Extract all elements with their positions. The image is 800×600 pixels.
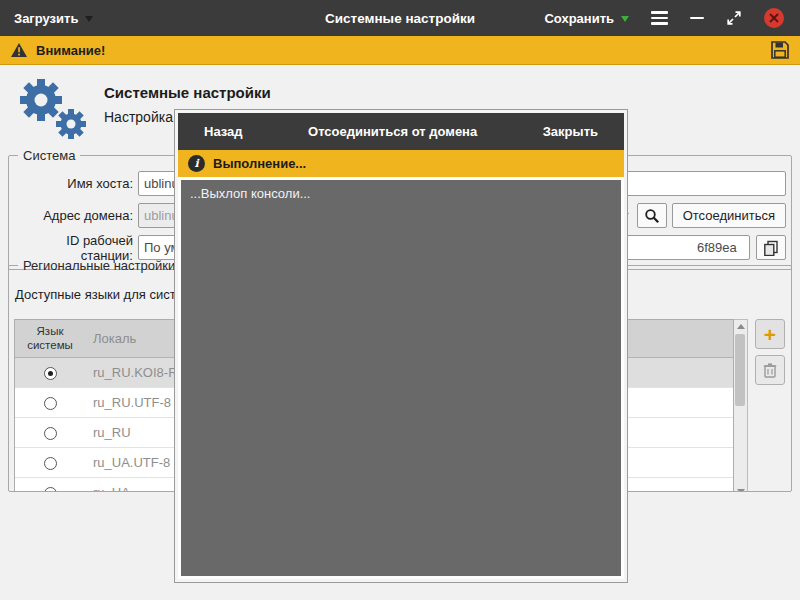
app-window: Загрузить Системные настройки Сохранить: [0, 0, 800, 600]
warning-bar: Внимание!: [0, 36, 800, 65]
titlebar: Загрузить Системные настройки Сохранить: [0, 0, 800, 36]
locale-radio[interactable]: [44, 457, 57, 470]
titlebar-controls: Сохранить: [544, 8, 800, 28]
domain-label: Адрес домена:: [14, 208, 138, 223]
page-title: Системные настройки: [104, 84, 271, 101]
workstation-id-value-fragment: 6f89ea: [697, 236, 737, 259]
delete-locale-button[interactable]: [755, 355, 785, 385]
menu-icon[interactable]: [651, 11, 668, 25]
minimize-icon[interactable]: [690, 17, 704, 20]
dialog-disconnect-domain-button[interactable]: Отсоединиться от домена: [308, 124, 477, 139]
trash-icon: [763, 362, 777, 378]
disconnect-button[interactable]: Отсоединиться: [672, 203, 786, 228]
fullscreen-icon[interactable]: [726, 10, 742, 26]
languages-description: Доступные языки для системы: [15, 287, 201, 302]
save-icon[interactable]: [770, 40, 790, 60]
hostname-label: Имя хоста:: [14, 176, 138, 191]
page-subtitle: Настройка: [104, 109, 173, 125]
warning-icon: [10, 42, 28, 58]
add-locale-button[interactable]: +: [755, 319, 785, 349]
save-menu-label: Сохранить: [544, 11, 614, 26]
dialog-header: Назад Отсоединиться от домена Закрыть: [178, 113, 624, 150]
copy-icon: [763, 240, 779, 256]
plus-icon: +: [764, 324, 776, 345]
table-scrollbar[interactable]: [734, 319, 748, 492]
console-output: ...Выхлоп консоли...: [181, 180, 621, 576]
search-icon: [644, 208, 660, 224]
save-menu-button[interactable]: Сохранить: [544, 11, 629, 26]
table-side-buttons: +: [755, 319, 785, 492]
locale-radio[interactable]: [44, 487, 57, 492]
chevron-down-icon: [85, 16, 93, 22]
domain-operation-dialog: Назад Отсоединиться от домена Закрыть i …: [175, 110, 627, 582]
copy-id-button[interactable]: [756, 235, 786, 260]
system-section-legend: Система: [18, 148, 80, 163]
locale-radio[interactable]: [44, 397, 57, 410]
dialog-back-button[interactable]: Назад: [204, 124, 243, 139]
scrollbar-thumb[interactable]: [735, 334, 745, 406]
chevron-down-green-icon: [621, 16, 629, 22]
column-header-system-language: Языксистемы: [15, 325, 85, 353]
system-settings-gears-icon: [10, 71, 94, 143]
search-domain-button[interactable]: [637, 203, 667, 228]
dialog-status-bar: i Выполнение...: [178, 150, 624, 177]
regional-section-legend: Региональные настройки: [18, 258, 180, 273]
load-menu-label: Загрузить: [14, 11, 78, 26]
info-icon: i: [188, 155, 205, 172]
locale-radio[interactable]: [44, 367, 57, 380]
scroll-up-icon[interactable]: [737, 324, 745, 329]
warning-text: Внимание!: [36, 43, 105, 58]
dialog-status-text: Выполнение...: [213, 156, 306, 171]
load-menu-button[interactable]: Загрузить: [0, 11, 93, 26]
locale-radio[interactable]: [44, 427, 57, 440]
dialog-body: ...Выхлоп консоли...: [178, 177, 624, 579]
scroll-down-icon[interactable]: [737, 489, 745, 492]
dialog-close-button[interactable]: Закрыть: [543, 124, 598, 139]
close-window-icon[interactable]: [764, 8, 784, 28]
